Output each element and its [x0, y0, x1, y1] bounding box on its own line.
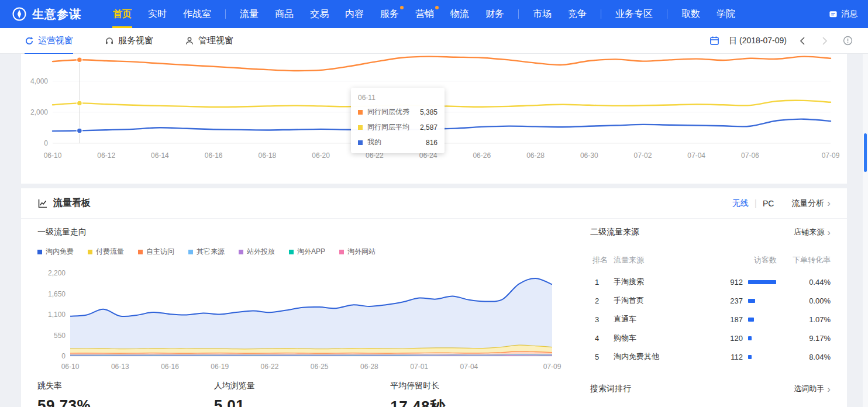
column-header: 访客数 — [689, 255, 777, 265]
svg-text:06-10: 06-10 — [44, 151, 62, 160]
source-row[interactable]: 4购物车1209.17% — [590, 329, 831, 347]
nav-item-business-zone[interactable]: 业务专区 — [607, 0, 661, 28]
visitors-value: 912 — [689, 278, 743, 287]
conversion-cell: 9.17% — [777, 334, 831, 343]
traffic-trend-chart[interactable]: 05501,1001,6502,20006-1006-1306-1606-190… — [37, 264, 567, 374]
headset-icon — [105, 36, 114, 46]
svg-text:06-28: 06-28 — [360, 363, 378, 371]
date-selector[interactable]: 日 (2018-07-09) — [729, 36, 787, 46]
messages-button[interactable]: 消息 — [829, 9, 857, 19]
svg-text:06-26: 06-26 — [473, 151, 491, 160]
secondary-sources-header: 二级流量来源 店铺来源 › — [590, 227, 831, 237]
prev-day-button[interactable] — [796, 36, 809, 46]
source-row[interactable]: 2手淘首页2370.00% — [590, 291, 831, 310]
visitors-bar — [748, 318, 754, 322]
visitors-bar — [748, 280, 776, 284]
traffic-legend: 淘内免费付费流量自主访问其它来源站外投放淘外APP淘外网站 — [37, 247, 567, 257]
tab-label: 服务视窗 — [118, 35, 153, 46]
notification-dot — [400, 6, 404, 9]
traffic-analysis-link[interactable]: 流量分析 › — [791, 198, 831, 209]
brand[interactable]: 生意参谋 — [12, 6, 81, 22]
rank-cell: 2 — [590, 296, 614, 305]
legend-swatch — [138, 250, 143, 254]
industry-comparison-card: 02,0004,00006-1006-1206-1406-1606-1806-2… — [21, 54, 847, 184]
tooltip-row: 同行同层优秀5,385 — [358, 107, 438, 117]
svg-text:06-16: 06-16 — [161, 363, 179, 371]
tooltip-date: 06-11 — [358, 94, 438, 102]
legend-item: 其它来源 — [188, 247, 225, 257]
brand-title: 生意参谋 — [32, 6, 81, 22]
nav-item-product[interactable]: 商品 — [267, 0, 302, 28]
source-row[interactable]: 1手淘搜索9120.44% — [590, 273, 831, 291]
svg-text:1,100: 1,100 — [48, 311, 66, 319]
sources-table-rows: 1手淘搜索9120.44%2手淘首页2370.00%3直通车1871.07%4购… — [590, 273, 831, 366]
nav-item-competition[interactable]: 竞争 — [560, 0, 595, 28]
column-header: 流量来源 — [614, 255, 689, 265]
visitors-value: 120 — [689, 334, 743, 343]
user-icon — [185, 36, 194, 46]
traffic-board-body: 一级流量走向 淘内免费付费流量自主访问其它来源站外投放淘外APP淘外网站 055… — [21, 219, 847, 407]
visitors-value: 112 — [689, 353, 743, 361]
nav-item-marketing[interactable]: 营销 — [407, 0, 442, 28]
nav-item-finance[interactable]: 财务 — [477, 0, 512, 28]
nav-item-realtime[interactable]: 实时 — [140, 0, 175, 28]
chevron-right-icon: › — [827, 227, 831, 237]
next-day-button[interactable] — [818, 36, 831, 46]
nav-item-logistics[interactable]: 物流 — [442, 0, 477, 28]
word-helper-link[interactable]: 选词助手 › — [794, 384, 831, 394]
source-row[interactable]: 5淘内免费其他1128.04% — [590, 347, 831, 366]
sources-table-header: 排名流量来源访客数下单转化率 — [590, 255, 831, 265]
nav-item-trade[interactable]: 交易 — [302, 0, 337, 28]
toggle-wireless[interactable]: 无线 — [732, 198, 749, 209]
svg-text:06-28: 06-28 — [526, 151, 545, 160]
svg-text:07-06: 07-06 — [741, 151, 759, 160]
conversion-cell: 8.04% — [777, 353, 831, 361]
svg-text:0: 0 — [61, 352, 66, 360]
nav-item-service[interactable]: 服务 — [372, 0, 407, 28]
info-icon[interactable] — [843, 36, 853, 46]
svg-text:06-16: 06-16 — [205, 151, 223, 160]
legend-swatch — [188, 250, 193, 254]
metric-value: 5.01 — [214, 396, 391, 407]
top-nav: 生意参谋 首页实时作战室流量商品交易内容服务营销物流财务市场竞争业务专区取数学院… — [0, 0, 868, 28]
nav-item-market[interactable]: 市场 — [525, 0, 560, 28]
svg-text:06-30: 06-30 — [580, 151, 598, 160]
sycm-logo-icon — [12, 6, 27, 22]
svg-text:07-09: 07-09 — [543, 363, 562, 371]
nav-item-traffic[interactable]: 流量 — [232, 0, 267, 28]
visitors-cell: 112 — [689, 353, 777, 361]
svg-text:07-04: 07-04 — [460, 363, 478, 371]
tooltip-series-value: 816 — [426, 139, 438, 147]
metric-label: 跳失率 — [37, 381, 214, 391]
conversion-cell: 1.07% — [777, 315, 831, 324]
rank-cell: 1 — [590, 278, 614, 287]
nav-item-data-fetch[interactable]: 取数 — [673, 0, 708, 28]
visitors-cell: 120 — [689, 334, 777, 343]
nav-item-war-room[interactable]: 作战室 — [175, 0, 219, 28]
source-row[interactable]: 3直通车1871.07% — [590, 310, 831, 329]
nav-divider — [518, 9, 519, 19]
source-name: 手淘首页 — [614, 295, 689, 306]
source-name: 直通车 — [614, 314, 689, 325]
svg-text:06-14: 06-14 — [151, 151, 169, 160]
nav-item-content[interactable]: 内容 — [337, 0, 372, 28]
visitors-bar — [748, 299, 755, 303]
tab-management[interactable]: 管理视窗 — [185, 28, 233, 54]
tooltip-row: 我的816 — [358, 137, 438, 147]
legend-swatch — [239, 250, 243, 254]
nav-menu: 首页实时作战室流量商品交易内容服务营销物流财务市场竞争业务专区取数学院 — [105, 0, 824, 28]
traffic-board-header: 流量看板 无线|PC 流量分析 › — [21, 188, 847, 219]
metric: 跳失率59.73% — [37, 381, 214, 407]
nav-item-home[interactable]: 首页 — [105, 0, 140, 28]
scrollbar-thumb[interactable] — [864, 133, 867, 172]
visitors-value: 237 — [689, 296, 743, 305]
tab-operation[interactable]: 运营视窗 — [25, 28, 73, 54]
tab-service[interactable]: 服务视窗 — [105, 28, 153, 54]
calendar-icon[interactable] — [709, 36, 719, 46]
legend-item: 淘外网站 — [339, 247, 376, 257]
nav-item-academy[interactable]: 学院 — [708, 0, 743, 28]
shop-sources-link[interactable]: 店铺来源 › — [794, 227, 831, 237]
column-header: 下单转化率 — [777, 255, 831, 265]
scrollbar-track[interactable] — [863, 54, 868, 407]
toggle-pc[interactable]: PC — [763, 199, 774, 208]
